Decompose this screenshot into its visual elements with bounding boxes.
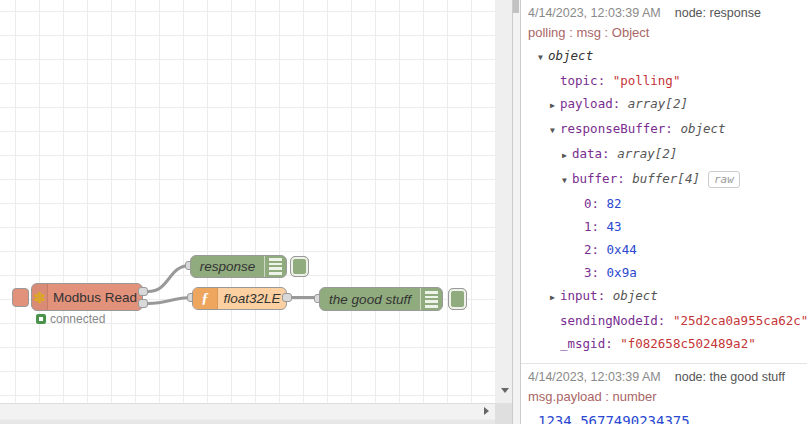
node-the-good-stuff-debug[interactable]: the good stuff: [319, 287, 443, 311]
modbus-status: connected: [36, 312, 105, 326]
debug-tree-row: ▼buffer: buffer[4]raw: [528, 167, 799, 192]
goodstuff-debug-toggle-button[interactable]: [448, 288, 467, 310]
object-value: 0x9a: [607, 265, 637, 280]
response-debug-toggle-button[interactable]: [290, 256, 309, 277]
debug-message-list: 4/14/2023, 12:03:39 AMnode: responsepoll…: [521, 0, 807, 424]
object-key: responseBuffer:: [560, 121, 680, 136]
object-key: 1:: [584, 219, 607, 234]
debug-tree-row: 0: 82: [528, 192, 799, 215]
debug-tree-row: ▼responseBuffer: object: [528, 117, 799, 142]
debug-timestamp: 4/14/2023, 12:03:39 AM: [528, 4, 661, 22]
node-response-debug[interactable]: response: [190, 255, 287, 278]
debug-tree-row: 3: 0x9a: [528, 261, 799, 284]
wire-modbus-to-response[interactable]: [148, 266, 190, 292]
collapse-triangle-icon[interactable]: ▼: [550, 119, 560, 142]
bars-icon: [269, 258, 282, 275]
collapse-triangle-icon[interactable]: ▼: [538, 46, 548, 69]
status-label: connected: [50, 312, 105, 326]
object-key: 2:: [584, 242, 607, 257]
object-key: topic:: [560, 73, 613, 88]
sidebar-scrollbar-thumb[interactable]: [513, 0, 519, 13]
node-label: response: [191, 256, 264, 277]
modbus-icon: ✽: [32, 284, 48, 310]
vertical-scrollbar[interactable]: [495, 0, 512, 403]
debug-tree-row: 2: 0x44: [528, 238, 799, 261]
object-value: buffer[4]: [632, 171, 700, 186]
object-value: 0x44: [607, 242, 637, 257]
object-value: array[2]: [617, 146, 677, 161]
debug-tree-row: 1: 43: [528, 215, 799, 238]
node-label: the good stuff: [320, 288, 420, 310]
debug-message: 4/14/2023, 12:03:39 AMnode: responsepoll…: [521, 0, 807, 364]
object-value: object: [613, 288, 658, 303]
object-value: "f082658c502489a2": [620, 336, 755, 351]
object-value: object: [548, 48, 593, 63]
function-icon: ƒ: [193, 288, 218, 309]
debug-topic-line: msg.payload : number: [528, 386, 799, 408]
function-f-icon: ƒ: [201, 290, 209, 307]
object-key: input:: [560, 288, 613, 303]
node-label: Modbus Read: [48, 284, 142, 310]
object-value: "polling": [613, 73, 681, 88]
expand-triangle-icon[interactable]: ▶: [550, 94, 560, 117]
debug-message-meta: 4/14/2023, 12:03:39 AMnode: the good stu…: [528, 368, 799, 386]
debug-tree-row: topic: "polling": [528, 69, 799, 92]
object-value: "25d2ca0a955ca62c": [673, 313, 807, 328]
modbus-read-trigger-button[interactable]: [12, 288, 29, 307]
scroll-right-arrow-icon[interactable]: [484, 407, 489, 415]
collapse-triangle-icon[interactable]: ▼: [562, 169, 572, 192]
debug-tree-row: ▶payload: array[2]: [528, 92, 799, 117]
float32le-output-port[interactable]: [282, 293, 292, 302]
scroll-down-arrow-icon[interactable]: [501, 388, 509, 393]
debug-tree-row: ▶input: object: [528, 284, 799, 309]
flow-canvas[interactable]: ✽ Modbus Read connected response ƒ float…: [0, 0, 495, 403]
object-key: buffer:: [572, 171, 632, 186]
debug-message: 4/14/2023, 12:03:39 AMnode: the good stu…: [521, 364, 807, 424]
scrollbar-corner: [495, 403, 512, 424]
bars-icon: [425, 291, 438, 308]
object-key: 3:: [584, 265, 607, 280]
object-key: payload:: [560, 96, 628, 111]
debug-tree-row: _msgid: "f082658c502489a2": [528, 332, 799, 355]
status-connected-icon: [36, 314, 46, 324]
debug-topic-line: polling : msg : Object: [528, 22, 799, 44]
wires: [0, 0, 495, 403]
debug-message-meta: 4/14/2023, 12:03:39 AMnode: response: [528, 4, 799, 22]
object-key: data:: [572, 146, 617, 161]
debug-node-name: node: response: [675, 4, 761, 22]
debug-timestamp: 4/14/2023, 12:03:39 AM: [528, 368, 661, 386]
expand-triangle-icon[interactable]: ▶: [550, 286, 560, 309]
modbus-output-port-1[interactable]: [138, 287, 148, 296]
object-key: _msgid:: [560, 336, 620, 351]
object-key: 0:: [584, 196, 607, 211]
debug-node-name: node: the good stuff: [675, 368, 785, 386]
object-key: sendingNodeId:: [560, 313, 673, 328]
debug-tree-row: ▶data: array[2]: [528, 142, 799, 167]
debug-tree-row: ▼object: [528, 44, 799, 69]
raw-toggle-button[interactable]: raw: [708, 171, 740, 188]
object-value: array[2]: [628, 96, 688, 111]
node-red-editor: ✽ Modbus Read connected response ƒ float…: [0, 0, 807, 424]
object-value: 43: [607, 219, 622, 234]
wire-modbus-to-float32le[interactable]: [148, 298, 192, 304]
debug-list-icon: [420, 288, 442, 310]
payload-value: 1234.5677490234375: [528, 408, 799, 424]
debug-tree-row: sendingNodeId: "25d2ca0a955ca62c": [528, 309, 799, 332]
sidebar-separator[interactable]: [512, 0, 521, 424]
debug-sidebar[interactable]: 4/14/2023, 12:03:39 AMnode: responsepoll…: [521, 0, 807, 424]
expand-triangle-icon[interactable]: ▶: [562, 144, 572, 167]
node-label: float32LE: [218, 288, 286, 309]
horizontal-scrollbar[interactable]: [0, 403, 495, 424]
debug-list-icon: [264, 256, 286, 277]
modbus-flower-icon: ✽: [33, 290, 46, 305]
node-modbus-read[interactable]: ✽ Modbus Read: [31, 283, 143, 311]
node-float32le-function[interactable]: ƒ float32LE: [192, 287, 287, 310]
object-value: object: [680, 121, 725, 136]
object-value: 82: [607, 196, 622, 211]
modbus-output-port-2[interactable]: [138, 299, 148, 308]
